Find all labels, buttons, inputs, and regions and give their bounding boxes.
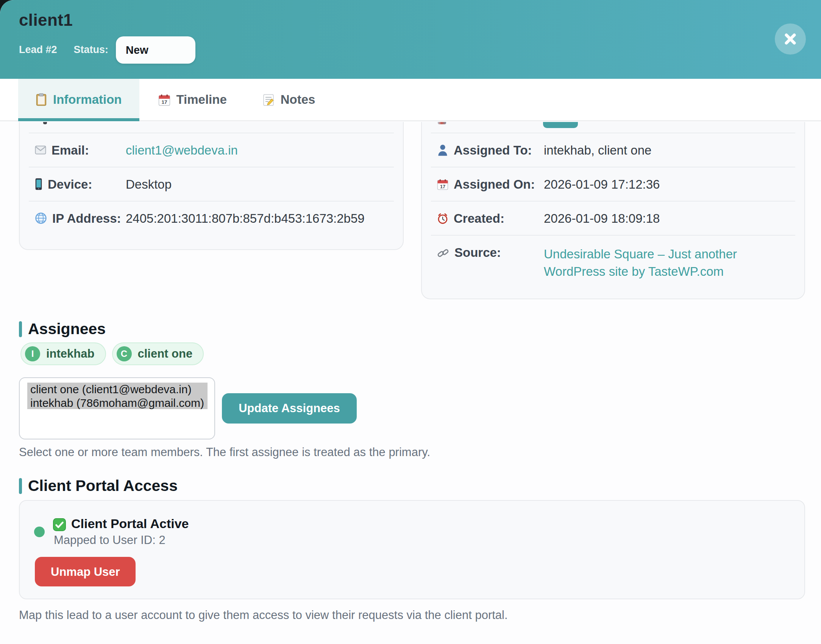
field-label: Email: bbox=[52, 143, 89, 157]
scrolled-status-badge bbox=[543, 122, 578, 128]
field-value: intekhab, client one bbox=[544, 143, 651, 157]
status-label: Status: bbox=[74, 44, 109, 55]
assignee-option[interactable]: intekhab (786moham@gmail.com) bbox=[27, 396, 208, 409]
email-link[interactable]: client1@webdeva.in bbox=[126, 143, 238, 157]
field-label: IP Address: bbox=[52, 211, 121, 225]
field-label: Assigned On: bbox=[454, 177, 535, 191]
source-link[interactable]: Undesirable Square – Just another WordPr… bbox=[544, 245, 789, 281]
assignee-name: client one bbox=[137, 347, 192, 361]
lead-detail-modal: client1 Lead #2 Status: New Information … bbox=[0, 0, 821, 644]
portal-status: Client Portal Active bbox=[53, 517, 189, 532]
close-button[interactable] bbox=[775, 23, 806, 55]
assignee-name: intekhab bbox=[46, 347, 94, 361]
check-icon bbox=[53, 518, 66, 531]
assignee-chip: I intekhab bbox=[20, 342, 106, 365]
assigned-to-row: Assigned To: intekhab, client one bbox=[422, 133, 804, 167]
field-label: Source: bbox=[454, 245, 501, 260]
contact-details-panel: Email: client1@webdeva.in Device: Deskto… bbox=[19, 122, 404, 250]
portal-status-title: Client Portal Active bbox=[71, 517, 189, 532]
heading-accent-bar bbox=[19, 478, 22, 494]
tab-label: Timeline bbox=[176, 92, 227, 107]
avatar: I bbox=[25, 346, 40, 361]
calendar-icon: 17 bbox=[158, 94, 170, 106]
field-label: Device: bbox=[48, 177, 92, 191]
status-select[interactable]: New bbox=[116, 36, 195, 63]
memo-icon bbox=[263, 94, 275, 106]
modal-header: client1 Lead #2 Status: New bbox=[0, 0, 821, 79]
lead-meta: Lead #2 Status: New bbox=[19, 36, 195, 64]
tab-information[interactable]: Information bbox=[18, 79, 139, 120]
link-icon bbox=[437, 247, 449, 259]
globe-icon bbox=[35, 212, 47, 224]
close-icon bbox=[783, 32, 798, 46]
scrolled-row-fragment bbox=[43, 122, 47, 124]
field-label: Assigned To: bbox=[454, 143, 532, 157]
assigned-on-row: 17 Assigned On: 2026-01-09 17:12:36 bbox=[422, 167, 804, 201]
client-portal-helper-text: Map this lead to a user account to give … bbox=[19, 608, 508, 622]
assignees-multiselect[interactable]: client one (client1@webdeva.in) intekhab… bbox=[19, 377, 215, 439]
user-icon bbox=[437, 144, 448, 156]
source-row: Source: Undesirable Square – Just anothe… bbox=[422, 236, 804, 309]
assignee-chips: I intekhab C client one bbox=[20, 342, 204, 365]
field-value: 2026-01-09 18:09:18 bbox=[544, 211, 660, 225]
field-label: Created: bbox=[454, 211, 504, 225]
tab-bar: Information 17 Timeline Notes bbox=[0, 79, 821, 121]
field-value: 2405:201:3011:807b:857d:b453:1673:2b59 bbox=[126, 211, 365, 225]
assignee-chip: C client one bbox=[112, 342, 204, 365]
calendar-icon: 17 bbox=[437, 178, 448, 190]
page-title: client1 bbox=[19, 11, 73, 30]
tab-timeline[interactable]: 17 Timeline bbox=[141, 79, 244, 120]
created-row: Created: 2026-01-09 18:09:18 bbox=[422, 202, 804, 235]
tab-label: Information bbox=[53, 92, 122, 107]
assignees-helper-text: Select one or more team members. The fir… bbox=[19, 445, 430, 459]
status-value: New bbox=[126, 44, 148, 56]
client-portal-card: Client Portal Active Mapped to User ID: … bbox=[19, 500, 805, 599]
tab-label: Notes bbox=[281, 92, 315, 107]
svg-text:17: 17 bbox=[161, 99, 167, 105]
smartphone-icon bbox=[35, 178, 42, 190]
active-status-dot bbox=[34, 527, 45, 537]
ip-address-row: IP Address: 2405:201:3011:807b:857d:b453… bbox=[20, 202, 403, 235]
heading-accent-bar bbox=[19, 321, 22, 337]
avatar: C bbox=[116, 346, 131, 361]
portal-mapped-user: Mapped to User ID: 2 bbox=[54, 533, 165, 547]
device-row: Device: Desktop bbox=[20, 167, 403, 201]
alarm-clock-icon bbox=[437, 213, 448, 224]
client-portal-heading: Client Portal Access bbox=[19, 477, 178, 495]
assignee-option[interactable]: client one (client1@webdeva.in) bbox=[27, 383, 208, 396]
svg-text:17: 17 bbox=[440, 183, 445, 189]
unmap-user-button[interactable]: Unmap User bbox=[35, 557, 136, 586]
field-value: 2026-01-09 17:12:36 bbox=[544, 177, 660, 191]
lead-number: Lead #2 bbox=[19, 44, 57, 55]
assignees-heading: Assignees bbox=[19, 320, 106, 338]
email-row: Email: client1@webdeva.in bbox=[20, 133, 403, 167]
update-assignees-button[interactable]: Update Assignees bbox=[222, 393, 357, 424]
clipboard-icon bbox=[36, 93, 47, 106]
tab-notes[interactable]: Notes bbox=[246, 79, 333, 120]
assignment-details-panel: Assigned To: intekhab, client one 17 Ass… bbox=[421, 122, 805, 299]
scrolled-icon-fragment bbox=[438, 122, 446, 124]
field-value: Desktop bbox=[126, 177, 172, 191]
envelope-icon bbox=[35, 145, 46, 155]
